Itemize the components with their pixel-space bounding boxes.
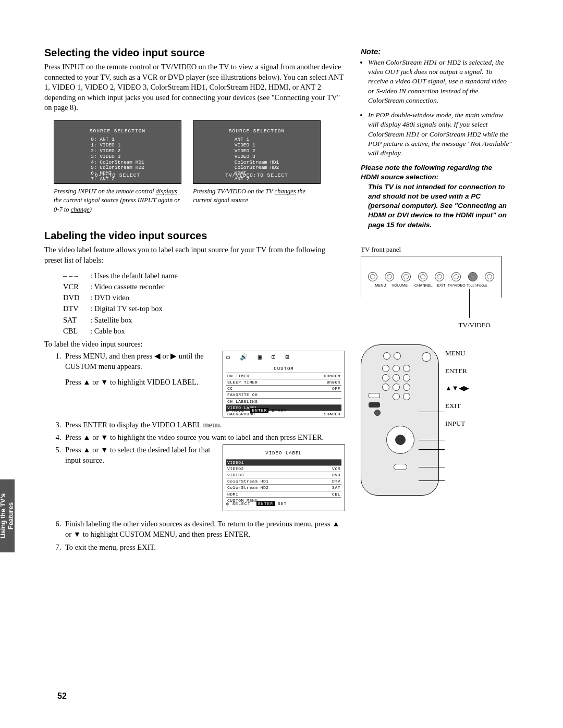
custom-icons: ▭ 🔊 ▣ ⊡ ⊞ <box>226 353 341 362</box>
foot-enter: ENTER <box>256 501 275 506</box>
page-number: 52 <box>57 692 67 701</box>
labeling-body: The video label feature allows you to la… <box>44 245 345 265</box>
caption-1: Pressing INPUT on the remote control dis… <box>54 187 181 215</box>
ent-button <box>403 393 410 400</box>
note-sub2: This TV is not intended for connection t… <box>368 182 512 230</box>
front-panel-label: TV front panel <box>361 245 512 254</box>
step-1: Press MENU, and then press ◀ or ▶ until … <box>63 351 345 417</box>
steps-intro: To label the video input sources: <box>44 340 345 349</box>
callout-line-enter <box>419 440 445 440</box>
fp-vol-up-button <box>401 272 411 281</box>
note-bullet-1: When ColorStream HD1 or HD2 is selected,… <box>368 58 512 105</box>
caption-2: Pressing TV/VIDEO on the TV changes the … <box>193 187 321 215</box>
light-button <box>383 352 390 360</box>
callout-line-menu <box>419 412 445 412</box>
cap-text: Pressing INPUT on the remote control <box>54 188 156 195</box>
num-8 <box>393 384 400 391</box>
step-text: Press MENU, and then press ◀ or ▶ until … <box>65 351 213 372</box>
heading-selecting: Selecting the video input source <box>44 47 345 59</box>
enter-button <box>395 435 406 445</box>
num-1 <box>382 365 389 372</box>
left-column: Selecting the video input source Press I… <box>44 47 345 554</box>
sleep-button <box>394 352 401 360</box>
fp-ch-up-button <box>435 272 444 281</box>
foot-set: SET <box>278 501 287 506</box>
step-3: Press ENTER to display the VIDEO LABEL m… <box>63 419 345 430</box>
side-tab: Using the TV's Features <box>0 479 15 552</box>
menu-small-button <box>374 410 381 416</box>
note-bullet-2: In POP double-window mode, the main wind… <box>368 110 512 158</box>
num-5 <box>393 374 400 381</box>
custom-menu-box: ▭ 🔊 ▣ ⊡ ⊞ CUSTOM ON TIMER00h00mSLEEP TIM… <box>223 351 345 417</box>
osd2-title: SOURCE SELECTION <box>193 128 320 134</box>
note-title: Note: <box>361 47 512 56</box>
fp-tvvideo-button <box>468 272 478 281</box>
step-4: Press ▲ or ▼ to highlight the video sour… <box>63 432 345 442</box>
exit-button <box>394 464 407 470</box>
foot-enter: ENTER <box>250 408 268 413</box>
step-text: Press ▲ or ▼ to highlight VIDEO LABEL. <box>65 377 213 387</box>
callout-line-arrows <box>419 449 445 450</box>
foot-select: SELECT <box>232 501 251 506</box>
step-5: Press ▲ or ▼ to select the desired label… <box>63 445 345 511</box>
steps-list: Press MENU, and then press ◀ or ▶ until … <box>63 351 345 417</box>
note-list: When ColorStream HD1 or HD2 is selected,… <box>368 58 512 158</box>
note-sub1: Please note the following regarding the … <box>361 163 512 182</box>
fp-exit-button <box>451 272 461 281</box>
custom-title: CUSTOM <box>226 366 341 373</box>
num-3 <box>403 365 410 372</box>
fp-vol-down-button <box>385 272 394 281</box>
custom-foot: ◐ MOVE ENTER START <box>226 408 287 413</box>
front-panel-labels: MENU VOLUME CHANNEL EXIT TV/VIDEO TouchF… <box>361 283 501 287</box>
cap-underline: change <box>71 206 90 213</box>
osd1-foot: 0-7:TO SELECT <box>54 172 181 178</box>
page-content: Selecting the video input source Press I… <box>0 0 563 586</box>
power-button <box>422 352 431 362</box>
steps-list-2: Press ENTER to display the VIDEO LABEL m… <box>63 419 345 552</box>
right-column: Note: When ColorStream HD1 or HD2 is sel… <box>361 47 512 554</box>
callout-line-exit <box>419 467 445 467</box>
num-4 <box>382 374 389 381</box>
cap-underline: displays <box>156 188 177 195</box>
fp-callout-line <box>469 289 470 318</box>
fp-touchfocus-button <box>485 272 494 281</box>
front-panel-diagram: MENU VOLUME CHANNEL EXIT TV/VIDEO TouchF… <box>361 256 501 298</box>
video-label-box: VIDEO LABEL VIDEO1– – –VIDEO2VCRVIDEO3DV… <box>223 445 345 511</box>
step-6: Finish labeling the other video sources … <box>63 519 345 540</box>
preset-labels-list: – – –: Uses the default label nameVCR: V… <box>63 270 345 336</box>
num-2 <box>393 365 400 372</box>
fp-menu-button <box>368 272 377 281</box>
label-menu-table: VIDEO1– – –VIDEO2VCRVIDEO3DVDColorStream… <box>226 459 341 503</box>
osd-box-2: SOURCE SELECTION ANT 1VIDEO 1VIDEO 2VIDE… <box>193 120 321 184</box>
selecting-body: Press INPUT on the remote control or TV/… <box>44 62 345 113</box>
step-text: Press ▲ or ▼ to select the desired label… <box>65 445 213 466</box>
label-foot: ◐ SELECT ENTER SET <box>226 501 287 507</box>
num-0 <box>393 393 400 400</box>
osd2-foot: TV/VIDEO:TO SELECT <box>193 172 320 178</box>
input-button <box>369 402 380 408</box>
callout-line-input <box>419 480 445 481</box>
label-title: VIDEO LABEL <box>226 450 341 457</box>
remote-area: MENUENTER▲▼◀▶EXITINPUT <box>361 344 512 496</box>
caption-row: Pressing INPUT on the remote control dis… <box>54 187 345 215</box>
heading-labeling: Labeling the video input sources <box>44 230 345 242</box>
remote-diagram <box>361 344 439 496</box>
step-7: To exit the menu, press EXIT. <box>63 542 345 552</box>
osd-row: SOURCE SELECTION 0: ANT 11: VIDEO 12: VI… <box>54 120 345 184</box>
fp-callout-label: TV/VIDEO <box>459 321 491 329</box>
osd1-title: SOURCE SELECTION <box>54 128 181 134</box>
chrtn-button <box>369 393 380 398</box>
front-panel-buttons <box>361 272 501 281</box>
osd-box-1: SOURCE SELECTION 0: ANT 11: VIDEO 12: VI… <box>54 120 181 184</box>
num-7 <box>382 384 389 391</box>
cap-text: Pressing TV/VIDEO on the TV <box>193 188 275 195</box>
cap-underline: changes <box>275 188 296 195</box>
num-9 <box>403 384 410 391</box>
num-6 <box>403 374 410 381</box>
cap-text: ) <box>90 206 92 213</box>
foot-start: START <box>272 408 287 413</box>
remote-callouts: MENUENTER▲▼◀▶EXITINPUT <box>445 344 469 433</box>
foot-move: MOVE <box>232 408 244 413</box>
fp-ch-down-button <box>418 272 427 281</box>
